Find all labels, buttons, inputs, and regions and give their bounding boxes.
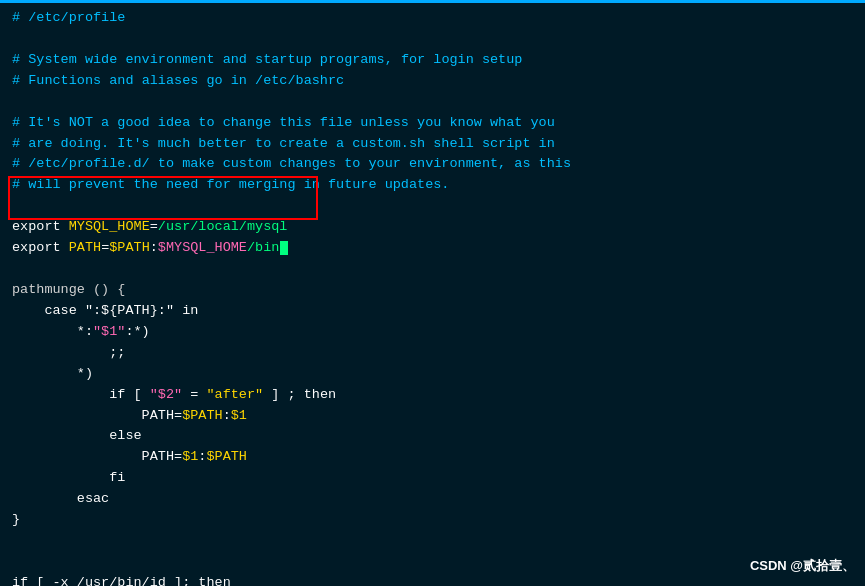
line-4: # Functions and aliases go in /etc/bashr…: [12, 71, 853, 92]
watermark: CSDN @贰拾壹、: [750, 556, 855, 576]
line-16: *:"$1":*): [12, 322, 853, 343]
line-1: # /etc/profile: [12, 8, 853, 29]
line-22: PATH=$1:$PATH: [12, 447, 853, 468]
line-19: if [ "$2" = "after" ] ; then: [12, 385, 853, 406]
line-2: [12, 29, 853, 50]
line-7: # are doing. It's much better to create …: [12, 134, 853, 155]
line-18: *): [12, 364, 853, 385]
line-28: if [ -x /usr/bin/id ]; then: [12, 573, 853, 586]
line-17: ;;: [12, 343, 853, 364]
cursor: [280, 241, 288, 255]
line-21: else: [12, 426, 853, 447]
line-27: [12, 552, 853, 573]
line-20: PATH=$PATH:$1: [12, 406, 853, 427]
line-8: # /etc/profile.d/ to make custom changes…: [12, 154, 853, 175]
line-14-pathmunge: pathmunge () {: [12, 280, 853, 301]
line-5: [12, 92, 853, 113]
line-11-export1: export MYSQL_HOME=/usr/local/mysql: [12, 217, 853, 238]
line-23: fi: [12, 468, 853, 489]
line-15-case: case ":${PATH}:" in: [12, 301, 853, 322]
line-13: [12, 259, 853, 280]
line-26: [12, 531, 853, 552]
line-24: esac: [12, 489, 853, 510]
line-3: # System wide environment and startup pr…: [12, 50, 853, 71]
line-9: # will prevent the need for merging in f…: [12, 175, 853, 196]
line-25: }: [12, 510, 853, 531]
line-12-export2: export PATH=$PATH:$MYSQL_HOME/bin: [12, 238, 853, 259]
line-6: # It's NOT a good idea to change this fi…: [12, 113, 853, 134]
line-10: [12, 196, 853, 217]
code-area: # /etc/profile # System wide environment…: [0, 0, 865, 586]
